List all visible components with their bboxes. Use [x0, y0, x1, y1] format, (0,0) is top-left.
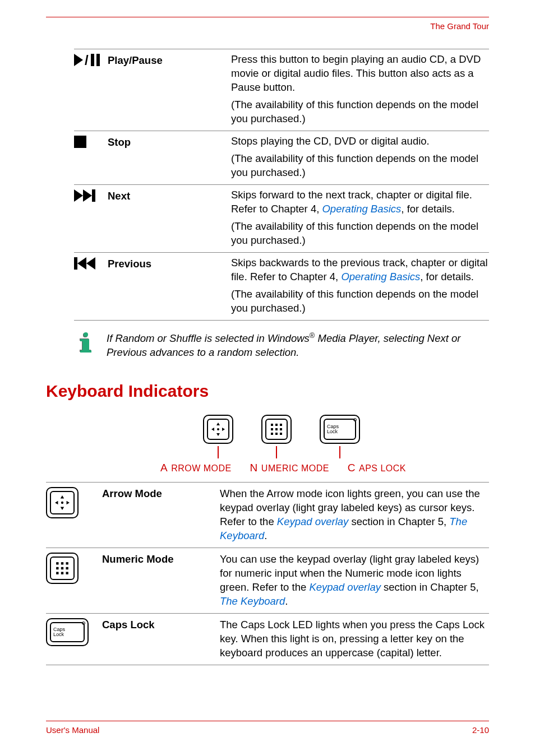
- svg-rect-33: [280, 433, 282, 435]
- svg-rect-25: [271, 424, 273, 426]
- svg-rect-42: [56, 567, 58, 569]
- next-row: Next Skips forward to the next track, ch…: [74, 184, 489, 252]
- header-section: The Grand Tour: [46, 21, 489, 32]
- svg-point-16: [84, 332, 88, 337]
- svg-point-38: [61, 502, 63, 504]
- play-pause-label: Play/Pause: [108, 53, 231, 126]
- numeric-mode-key-icon: [46, 553, 102, 584]
- numeric-mode-desc: You can use the keypad overlay (light gr…: [220, 553, 489, 609]
- arrow-mode-label: Arrow Mode: [102, 487, 220, 501]
- previous-row: Previous Skips backwards to the previous…: [74, 252, 489, 321]
- next-icon: [74, 188, 108, 248]
- svg-marker-6: [83, 189, 92, 202]
- footer-page-number: 2-10: [472, 725, 489, 736]
- numeric-mode-keycap-icon: [261, 415, 292, 444]
- svg-rect-29: [275, 428, 278, 430]
- svg-marker-36: [55, 501, 58, 504]
- svg-rect-41: [66, 562, 68, 564]
- note-block: If Random or Shuffle is selected in Wind…: [74, 331, 489, 360]
- caps-lock-row: CapsLock Caps Lock The Caps Lock LED lig…: [46, 613, 489, 665]
- keypad-overlay-link[interactable]: Keypad overlay: [277, 516, 349, 527]
- play-pause-desc: Press this button to begin playing an au…: [231, 53, 489, 126]
- previous-desc: Skips backwards to the previous track, c…: [231, 256, 489, 316]
- svg-rect-7: [92, 189, 95, 202]
- stop-icon: [74, 134, 108, 180]
- caps-lock-key-icon: CapsLock: [46, 618, 102, 646]
- previous-label: Previous: [108, 256, 231, 316]
- svg-marker-10: [86, 257, 95, 270]
- stop-label: Stop: [108, 134, 231, 180]
- caps-lock-desc: The Caps Lock LED lights when you press …: [220, 618, 489, 660]
- svg-rect-30: [280, 428, 282, 430]
- svg-marker-20: [216, 423, 220, 425]
- numeric-mode-row: Numeric Mode You can use the keypad over…: [46, 548, 489, 613]
- footer-left: User's Manual: [46, 725, 99, 736]
- keyboard-indicators-heading: Keyboard Indicators: [46, 380, 489, 403]
- previous-icon: [74, 256, 108, 316]
- svg-rect-32: [275, 433, 278, 435]
- operating-basics-link[interactable]: Operating Basics: [341, 271, 420, 282]
- arrow-mode-row: Arrow Mode When the Arrow mode icon ligh…: [46, 482, 489, 548]
- numeric-mode-label: Numeric Mode: [102, 553, 220, 567]
- svg-rect-40: [61, 562, 63, 564]
- svg-rect-39: [56, 562, 58, 564]
- svg-text:/: /: [85, 54, 89, 66]
- next-desc: Skips forward to the next track, chapter…: [231, 188, 489, 248]
- svg-rect-31: [271, 433, 273, 435]
- svg-rect-19: [80, 339, 89, 341]
- svg-point-24: [217, 428, 219, 430]
- svg-rect-2: [91, 54, 94, 66]
- svg-marker-37: [67, 501, 70, 504]
- svg-marker-9: [77, 257, 86, 270]
- svg-rect-26: [275, 424, 278, 426]
- svg-marker-23: [222, 428, 225, 431]
- svg-rect-18: [80, 350, 91, 353]
- media-controls-table: / Play/Pause Press this button to begin …: [74, 49, 489, 321]
- arrow-mode-key-icon: [46, 487, 102, 518]
- play-pause-icon: /: [74, 53, 108, 126]
- stop-row: Stop Stops playing the CD, DVD or digita…: [74, 131, 489, 184]
- svg-marker-0: [74, 54, 83, 66]
- note-text: If Random or Shuffle is selected in Wind…: [107, 331, 489, 360]
- svg-rect-27: [280, 424, 282, 426]
- stop-desc: Stops playing the CD, DVD or digital aud…: [231, 134, 489, 180]
- svg-rect-4: [74, 136, 86, 148]
- arrow-mode-desc: When the Arrow mode icon lights green, y…: [220, 487, 489, 543]
- next-label: Next: [108, 188, 231, 248]
- svg-marker-35: [61, 507, 64, 510]
- keypad-overlay-link[interactable]: Keypad overlay: [309, 581, 381, 593]
- svg-rect-28: [271, 428, 273, 430]
- operating-basics-link[interactable]: Operating Basics: [322, 203, 401, 215]
- the-keyboard-link[interactable]: The Keyboard: [220, 595, 285, 607]
- caps-lock-keycap-icon: CapsLock: [320, 415, 360, 444]
- arrow-mode-keycap-icon: [203, 415, 233, 444]
- svg-rect-44: [66, 567, 68, 569]
- svg-rect-43: [61, 567, 63, 569]
- svg-marker-22: [211, 428, 214, 431]
- svg-marker-5: [74, 189, 83, 202]
- svg-marker-34: [61, 495, 64, 498]
- svg-rect-8: [74, 257, 77, 270]
- svg-rect-45: [56, 572, 58, 574]
- play-pause-row: / Play/Pause Press this button to begin …: [74, 49, 489, 131]
- svg-rect-3: [96, 54, 100, 66]
- indicator-figure: CapsLock ARROW MODE NUMERIC MODE CAPS LO…: [74, 415, 489, 475]
- caps-lock-label: Caps Lock: [102, 618, 220, 632]
- svg-marker-21: [216, 433, 220, 436]
- info-icon: [74, 331, 96, 353]
- svg-rect-47: [66, 572, 68, 574]
- svg-rect-46: [61, 572, 63, 574]
- indicator-table: Arrow Mode When the Arrow mode icon ligh…: [46, 482, 489, 665]
